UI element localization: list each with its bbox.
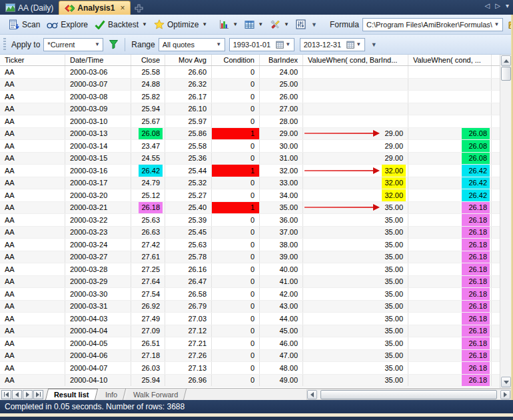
sheet-tab-info[interactable]: Info <box>97 389 126 400</box>
table-row[interactable]: AA2000-03-2126.1825.40135.0035.0026.18 <box>0 202 513 215</box>
cell-valuewhen-close: 26.08 <box>408 140 492 152</box>
chevron-down-icon[interactable]: ▼ <box>202 21 207 27</box>
cell-condition: 0 <box>212 103 260 115</box>
triangle-right-icon <box>26 392 29 397</box>
column-header[interactable]: ValueWhen( cond, ... <box>408 55 492 65</box>
first-sheet-button[interactable] <box>1 390 11 399</box>
cell-valuewhen-close: 26.18 <box>408 239 492 251</box>
column-header[interactable]: BarIndex <box>260 55 303 65</box>
nav-forward-icon[interactable]: ▷ <box>495 2 500 9</box>
cell-date: 2000-04-07 <box>65 362 131 374</box>
tab-aa-daily[interactable]: AA (Daily) <box>0 1 59 15</box>
cell-valuewhen-close: 26.18 <box>408 301 492 313</box>
chevron-down-icon[interactable]: ▼ <box>93 41 101 47</box>
prev-sheet-button[interactable] <box>12 390 22 399</box>
chevron-down-icon[interactable]: ▼ <box>215 41 223 47</box>
next-sheet-button[interactable] <box>23 390 33 399</box>
table-row[interactable]: AA2000-03-2427.4225.63038.0035.0026.18 <box>0 239 513 251</box>
date-from-picker[interactable]: 1993-01-01 ▼ <box>229 38 294 51</box>
column-header[interactable]: Close <box>131 55 165 65</box>
table-row[interactable]: AA2000-04-0526.5127.21046.0035.0026.18 <box>0 337 513 350</box>
date-to-picker[interactable]: 2013-12-31 ▼ <box>300 38 365 51</box>
table-row[interactable]: AA2000-03-2827.2526.16040.0035.0026.18 <box>0 263 513 276</box>
filter-button[interactable] <box>105 37 122 53</box>
chevron-down-icon[interactable]: ▼ <box>142 21 147 27</box>
cell-movavg: 25.58 <box>165 140 212 152</box>
table-row[interactable]: AA2000-03-1724.7925.32033.0032.0026.42 <box>0 177 513 190</box>
table-row[interactable]: AA2000-03-1025.6725.97028.00 <box>0 115 513 128</box>
chevron-down-icon[interactable]: ▼ <box>258 21 263 27</box>
settings-tools-button[interactable]: ▼ <box>266 17 292 33</box>
scan-button[interactable]: Scan <box>5 17 43 33</box>
table-row[interactable]: AA2000-03-2225.6325.39036.0035.0026.18 <box>0 214 513 227</box>
chevron-down-icon[interactable]: ▼ <box>284 41 292 47</box>
table-row[interactable]: AA2000-03-2025.1225.27034.0032.0026.42 <box>0 189 513 202</box>
scroll-left-button[interactable] <box>307 390 317 399</box>
close-tab-icon[interactable]: × <box>120 3 125 13</box>
cell-valuewhen-close <box>408 103 492 115</box>
table-row[interactable]: AA2000-03-0625.5826.60024.00 <box>0 66 513 79</box>
toolbar-overflow-icon[interactable]: ▼ <box>309 21 319 28</box>
cell-close: 24.55 <box>131 153 165 165</box>
toolbar-grip[interactable] <box>3 38 6 51</box>
column-header[interactable]: ValueWhen( cond, BarInd... <box>303 55 408 65</box>
table-row[interactable]: AA2000-03-0925.9426.10027.00 <box>0 103 513 116</box>
cell-ticker: AA <box>0 79 65 91</box>
cell-movavg: 26.58 <box>165 288 212 300</box>
optimize-button[interactable]: Optimize ▼ <box>151 17 211 33</box>
explore-button[interactable]: Explore <box>43 17 91 33</box>
table-row[interactable]: AA2000-03-1423.4725.58030.0029.0026.08 <box>0 140 513 153</box>
vertical-scroll-thumb[interactable] <box>501 67 511 81</box>
chart-menu-button[interactable]: ▼ <box>216 17 241 33</box>
sheet-tab-walk-forward[interactable]: Walk Forward <box>125 389 187 400</box>
horizontal-scrollbar[interactable] <box>306 389 511 400</box>
sheet-tab-result-list[interactable]: Result list <box>45 389 98 400</box>
nav-back-icon[interactable]: ◁ <box>485 2 490 9</box>
column-header[interactable]: Mov Avg <box>165 55 212 65</box>
table-row[interactable]: AA2000-03-2326.6325.45037.0035.0026.18 <box>0 227 513 239</box>
tab-analysis1[interactable]: Analysis1 × <box>59 1 131 15</box>
table-row[interactable]: AA2000-04-0427.0927.12045.0035.0026.18 <box>0 325 513 338</box>
horizontal-scroll-thumb[interactable] <box>320 390 497 399</box>
add-pane-icon[interactable] <box>135 4 143 13</box>
green-check-icon <box>95 20 105 29</box>
table-row[interactable]: AA2000-03-3126.9226.79043.0035.0026.18 <box>0 301 513 313</box>
last-sheet-button[interactable] <box>33 390 43 399</box>
table-row[interactable]: AA2000-03-1626.4225.44132.0032.0026.42 <box>0 165 513 177</box>
nav-menu-icon[interactable]: ▾ <box>506 2 509 9</box>
chevron-down-icon[interactable]: ▼ <box>233 21 238 27</box>
table-row[interactable]: AA2000-03-2727.6125.78039.0035.0026.18 <box>0 251 513 264</box>
table-row[interactable]: AA2000-03-1326.0825.86129.0029.0026.08 <box>0 128 513 141</box>
parameters-button[interactable] <box>292 17 309 33</box>
report-table-button[interactable]: ▼ <box>241 17 266 33</box>
table-row[interactable]: AA2000-04-1025.9426.96049.0035.0026.18 <box>0 375 513 387</box>
vertical-scrollbar[interactable] <box>500 55 511 388</box>
table-row[interactable]: AA2000-04-0627.1827.26047.0035.0026.18 <box>0 350 513 363</box>
table-row[interactable]: AA2000-03-0825.8226.17026.00 <box>0 91 513 103</box>
table-row[interactable]: AA2000-03-2927.6426.47041.0035.0026.18 <box>0 276 513 289</box>
column-header[interactable]: Ticker <box>0 55 65 65</box>
column-header[interactable]: Condition <box>212 55 260 65</box>
column-header[interactable]: Date/Time <box>65 55 131 65</box>
triangle-up-icon <box>504 59 509 63</box>
chevron-down-icon[interactable]: ▼ <box>284 21 289 27</box>
cell-valuewhen-barindex <box>303 115 408 127</box>
chevron-down-icon[interactable]: ▼ <box>354 41 363 47</box>
table-row[interactable]: AA2000-04-0726.0327.13048.0035.0026.18 <box>0 362 513 375</box>
table-row[interactable]: AA2000-03-1524.5525.36031.0029.0026.08 <box>0 153 513 165</box>
cell-valuewhen-close: 26.18 <box>408 362 492 374</box>
scroll-up-button[interactable] <box>501 55 511 66</box>
cell-valuewhen-close <box>408 115 492 127</box>
table-row[interactable]: AA2000-03-3027.5426.58042.0035.0026.18 <box>0 288 513 301</box>
toolbar-overflow-icon[interactable]: ▼ <box>369 41 379 48</box>
highlighted-value: 26.18 <box>462 276 490 288</box>
formula-path-combobox[interactable]: C:\Program Files\AmiBroker\Formulas\ ▼ <box>362 18 503 31</box>
range-select[interactable]: All quotes ▼ <box>159 38 225 51</box>
backtest-button[interactable]: Backtest ▼ <box>91 17 151 33</box>
table-row[interactable]: AA2000-03-0724.8826.32025.00 <box>0 79 513 91</box>
table-row[interactable]: AA2000-04-0327.4927.03044.0035.0026.18 <box>0 313 513 325</box>
scroll-down-button[interactable] <box>501 377 511 387</box>
apply-to-select[interactable]: *Current ▼ <box>43 38 103 51</box>
scroll-right-button[interactable] <box>500 390 510 399</box>
chevron-down-icon[interactable]: ▼ <box>492 21 501 27</box>
